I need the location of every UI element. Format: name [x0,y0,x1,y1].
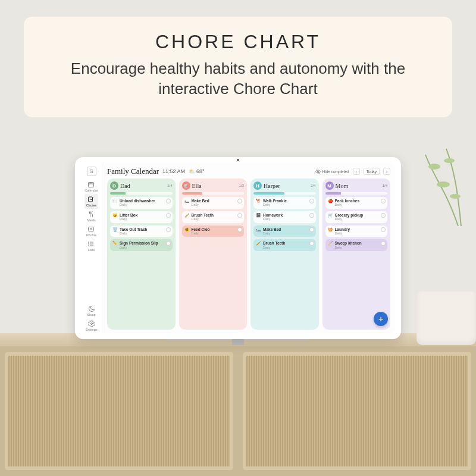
add-chore-button[interactable]: + [374,312,388,326]
chore-checkbox[interactable] [381,213,386,218]
rail-label: Sleep [87,313,95,317]
eye-off-icon [315,169,321,174]
chore-frequency: Daily [263,231,281,235]
chore-checkbox[interactable] [381,199,386,203]
camera-dot [237,159,239,161]
main-area: Family Calendar 11:52 AM ⛅ 68° Hide comp… [102,163,395,333]
chore-emoji-icon: 🛏️ [256,227,261,231]
chore-card[interactable]: 📓HomeworkDaily [253,211,316,223]
svg-point-15 [90,323,92,325]
progress-bar [325,192,388,195]
progress-bar [110,192,173,195]
chore-card[interactable]: 🗑️Take Out TrashDaily [110,226,173,237]
chore-card[interactable]: ✏️Sign Permission SlipDaily [110,239,173,251]
progress-count: 1/4 [383,184,387,187]
chore-title: Make Bed [192,199,209,203]
rail-item-chores[interactable]: Chores [84,194,98,209]
chore-checkbox[interactable] [237,199,242,203]
chore-card[interactable]: 🧹Sweep kitchenDaily [325,239,388,251]
avatar[interactable]: H [253,181,262,190]
rail-label: Photos [86,233,96,237]
chore-card[interactable]: 🐕Walk FrankieDaily [253,197,316,209]
chore-card[interactable]: 🪥Brush TeethDaily [182,211,245,223]
topbar: Family Calendar 11:52 AM ⛅ 68° Hide comp… [107,167,390,176]
rail-item-sleep[interactable]: Sleep [86,303,98,318]
svg-point-12 [89,242,89,243]
weather-icon: ⛅ [189,168,195,174]
avatar[interactable]: E [182,181,190,190]
chore-card[interactable]: 🍎Pack lunchesDaily [325,197,388,209]
chore-frequency: Daily [120,217,137,221]
chores-icon [87,196,95,203]
chore-frequency: Daily [263,246,285,249]
chore-emoji-icon: 🛒 [328,213,333,217]
person-name: Dad [120,183,130,189]
banner-title: CHORE CHART [42,31,434,53]
next-button[interactable]: › [383,168,390,175]
rail-item-calendar[interactable]: Calendar [84,179,98,194]
chore-checkbox[interactable] [309,199,314,203]
chore-card[interactable]: 🧺LaundryDaily [325,226,388,237]
chore-frequency: Daily [120,203,155,206]
chore-emoji-icon: 🧹 [328,241,333,245]
chore-title: Unload dishwasher [120,199,155,203]
chore-card[interactable]: 🛏️Make BedDaily [253,226,316,237]
prev-button[interactable]: ‹ [353,168,360,175]
chore-checkbox[interactable] [166,241,171,246]
rail-item-photos[interactable]: Photos [84,224,98,239]
svg-point-2 [437,181,450,187]
weather: ⛅ 68° [189,168,205,174]
chevron-right-icon: › [386,170,387,174]
chore-frequency: Daily [120,231,147,235]
chore-column-dad: DDad1/4🍽️Unload dishwasherDaily🐱Litter B… [107,178,176,330]
chore-frequency: Daily [120,246,158,249]
person-name: Harper [264,183,280,189]
chore-frequency: Daily [335,231,350,235]
screen: S CalendarChoresMealsPhotosLists SleepSe… [81,163,395,333]
chore-checkbox[interactable] [381,241,386,246]
chore-title: Homework [263,213,283,217]
chore-card[interactable]: 🐠Feed CleoDaily [182,226,245,237]
plant-pot [416,292,476,345]
chore-checkbox[interactable] [237,227,242,232]
chore-card[interactable]: 🛒Grocery pickupDaily [325,211,388,223]
person-name: Ella [192,183,202,189]
chore-title: Take Out Trash [120,227,147,231]
chore-checkbox[interactable] [309,213,314,218]
avatar[interactable]: D [110,181,118,190]
brand-logo[interactable]: S [87,167,96,176]
svg-rect-4 [89,183,94,187]
hide-completed-toggle[interactable]: Hide completed [315,169,349,174]
chore-checkbox[interactable] [166,227,171,232]
chore-checkbox[interactable] [381,227,386,232]
chore-checkbox[interactable] [309,227,314,232]
rail-item-settings[interactable]: Settings [86,318,98,333]
chore-title: Pack lunches [335,199,360,203]
progress-count: 2/4 [311,184,315,187]
chore-checkbox[interactable] [309,241,314,246]
today-button[interactable]: Today [364,168,380,175]
chore-card[interactable]: 🍽️Unload dishwasherDaily [110,197,173,209]
chevron-left-icon: ‹ [355,170,356,174]
column-header: HHarper2/4 [253,181,316,190]
settings-icon [88,320,95,327]
chore-frequency: Daily [263,217,283,221]
chore-card[interactable]: 🪥Brush TeethDaily [253,239,316,251]
chore-checkbox[interactable] [166,213,171,218]
sidebar-rail: S CalendarChoresMealsPhotosLists SleepSe… [81,163,102,333]
chore-card[interactable]: 🛏️Make BedDaily [182,197,245,209]
banner-subtitle: Encourage healthy habits and autonomy wi… [42,59,434,99]
column-header: EElla1/3 [182,181,245,190]
chore-checkbox[interactable] [237,213,242,218]
chore-column-ella: EElla1/3🛏️Make BedDaily🪥Brush TeethDaily… [179,178,248,330]
chore-card[interactable]: 🐱Litter BoxDaily [110,211,173,223]
rail-label: Chores [86,203,97,207]
chore-checkbox[interactable] [166,199,171,203]
chore-column-mom: MMom1/4🍎Pack lunchesDaily🛒Grocery pickup… [322,178,391,330]
rail-item-lists[interactable]: Lists [84,239,98,253]
chore-column-harper: HHarper2/4🐕Walk FrankieDaily📓HomeworkDai… [250,178,319,330]
avatar[interactable]: M [325,181,334,190]
lists-icon [87,240,95,248]
svg-point-3 [450,194,461,199]
rail-item-meals[interactable]: Meals [84,209,98,224]
